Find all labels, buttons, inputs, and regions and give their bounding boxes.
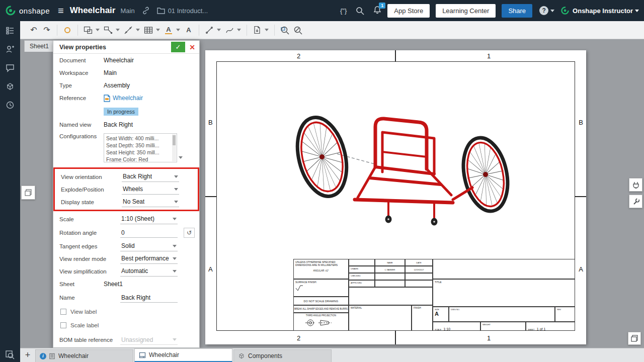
callout-icon xyxy=(104,26,113,34)
configuration-item: Seat Width: 400 milli... xyxy=(106,135,170,142)
table-chevron-down-icon[interactable] xyxy=(156,29,160,31)
tab-components[interactable]: Components xyxy=(233,349,332,362)
field-value: Main xyxy=(104,69,117,76)
rotation-angle-input[interactable] xyxy=(120,228,178,238)
callout-chevron-down-icon[interactable] xyxy=(116,29,120,31)
view-orientation-select[interactable]: Back Right xyxy=(122,172,179,182)
undo-button[interactable]: ↶ xyxy=(28,24,40,37)
tab-wheelchair-assembly[interactable]: i Wheelchair xyxy=(35,349,133,362)
bom-table-reference-select: Unassigned xyxy=(120,335,178,345)
field-value: Assembly xyxy=(104,82,130,89)
user-chevron-down-icon[interactable] xyxy=(635,10,639,12)
view-simplification-select[interactable]: Automatic xyxy=(120,266,178,277)
scrollbar-thumb[interactable] xyxy=(173,135,176,145)
dimension-button[interactable] xyxy=(122,24,134,37)
tangent-edges-select[interactable]: Solid xyxy=(120,241,178,251)
pages-overlay-button[interactable] xyxy=(21,186,35,200)
reference-link[interactable]: Wheelchair xyxy=(113,95,143,102)
document-tab-icon xyxy=(49,353,55,359)
approved-label: APPROVED xyxy=(349,280,375,287)
export-chevron-down-icon[interactable] xyxy=(265,29,269,31)
appearance-plug-button[interactable] xyxy=(629,178,642,192)
dimension-icon xyxy=(124,26,133,35)
add-tab-button[interactable]: + xyxy=(20,348,35,362)
scale-label: SCALE xyxy=(435,328,441,331)
display-state-select[interactable]: No Seat xyxy=(122,197,179,207)
text-button[interactable]: A xyxy=(183,24,195,37)
drawn-date: 12/19/2017 xyxy=(405,266,433,273)
reset-rotation-button[interactable]: ↺ xyxy=(184,228,195,238)
view-name-input[interactable] xyxy=(120,293,178,303)
line-chevron-down-icon[interactable] xyxy=(217,29,221,31)
sheets-overlay-button[interactable] xyxy=(628,332,641,345)
note-chevron-down-icon[interactable] xyxy=(176,29,180,31)
help-chevron-down-icon[interactable] xyxy=(550,10,554,12)
spline-button[interactable] xyxy=(223,24,235,37)
sheets-panel-icon[interactable] xyxy=(6,26,15,37)
callout-button[interactable] xyxy=(102,24,114,37)
history-icon[interactable] xyxy=(6,101,15,112)
tab-wheelchair-drawing[interactable]: Wheelchair xyxy=(134,348,232,362)
view-label-checkbox[interactable] xyxy=(60,309,66,315)
user-menu[interactable]: Onshape Instructor xyxy=(573,7,633,15)
insert-view-chevron-down-icon[interactable] xyxy=(96,29,100,31)
scale-label-checkbox[interactable] xyxy=(60,322,66,328)
search-icon[interactable] xyxy=(356,7,364,15)
folder-name[interactable]: 01 Introduct... xyxy=(168,7,208,15)
row-bom-reference: BOM table reference Unassigned xyxy=(53,332,199,347)
dimension-chevron-down-icon[interactable] xyxy=(136,29,140,31)
insert-view-button[interactable] xyxy=(82,24,94,37)
tab-label: Components xyxy=(248,352,282,359)
folder-icon[interactable] xyxy=(157,7,165,14)
circle-icon xyxy=(64,27,70,33)
table-button[interactable] xyxy=(142,24,154,37)
center-mark-button[interactable] xyxy=(61,24,73,37)
field-value: Back Right xyxy=(104,121,133,128)
link-icon[interactable] xyxy=(142,7,150,15)
panel-header[interactable]: View properties ✓ ✕ xyxy=(53,41,199,54)
tools-wrench-button[interactable] xyxy=(629,195,642,208)
app-store-button[interactable]: App Store xyxy=(387,4,430,18)
surface-finish-note: SURFACE FINISH: xyxy=(295,281,347,284)
field-label: Workspace xyxy=(59,70,104,76)
view-properties-panel: View properties ✓ ✕ Document Wheelchair … xyxy=(53,40,200,348)
versions-history-icon[interactable]: {"} xyxy=(340,7,347,15)
tab-label: Wheelchair xyxy=(58,352,89,359)
view-render-mode-select[interactable]: Best performance xyxy=(120,254,178,264)
help-icon[interactable]: ? xyxy=(539,6,548,15)
field-label: Display state xyxy=(61,199,122,205)
configurations-list[interactable]: Seat Width: 400 milli... Seat Depth: 350… xyxy=(104,133,177,162)
export-dxf-button[interactable] xyxy=(251,24,263,37)
document-menu-icon[interactable]: ≡ xyxy=(58,5,64,17)
notifications-bell-icon[interactable]: 1 xyxy=(373,6,381,16)
onshape-logo-icon[interactable] xyxy=(5,5,16,16)
accept-button[interactable]: ✓ xyxy=(171,42,185,52)
explode-position-select[interactable]: Wheels xyxy=(122,185,179,195)
zoom-window-button[interactable] xyxy=(279,24,291,37)
selected-value: 1:10 (Sheet) xyxy=(121,215,154,222)
third-angle-projection-icon xyxy=(303,318,339,328)
scale-select[interactable]: 1:10 (Sheet) xyxy=(120,214,178,224)
line-button[interactable] xyxy=(203,24,215,37)
share-button[interactable]: Share xyxy=(502,4,532,18)
dxf-icon xyxy=(253,26,261,34)
learning-center-button[interactable]: Learning Center xyxy=(436,4,496,18)
zone-label: 2 xyxy=(297,52,300,60)
sheet1-tab[interactable]: Sheet1 xyxy=(24,40,54,52)
add-user-icon[interactable] xyxy=(6,45,15,56)
drawing-sheet[interactable]: 2 1 2 1 B A B A xyxy=(205,50,586,344)
document-title[interactable]: Wheelchair xyxy=(70,6,116,16)
scrollbar[interactable] xyxy=(172,134,176,161)
weight-label: WEIGHT xyxy=(480,322,526,331)
redo-button[interactable]: ↷ xyxy=(41,24,53,37)
hide-dimensions-button[interactable] xyxy=(292,24,304,37)
cancel-button[interactable]: ✕ xyxy=(185,42,199,52)
workspace-label[interactable]: Main xyxy=(120,7,134,15)
spline-chevron-down-icon[interactable] xyxy=(237,29,241,31)
configurations-chevron-down-icon[interactable] xyxy=(179,156,183,159)
note-button[interactable]: A xyxy=(163,24,175,37)
row-status: In progress xyxy=(53,105,199,118)
parts-icon[interactable] xyxy=(6,82,15,93)
comments-icon[interactable] xyxy=(6,63,15,74)
preview-search-icon[interactable] xyxy=(0,350,20,360)
